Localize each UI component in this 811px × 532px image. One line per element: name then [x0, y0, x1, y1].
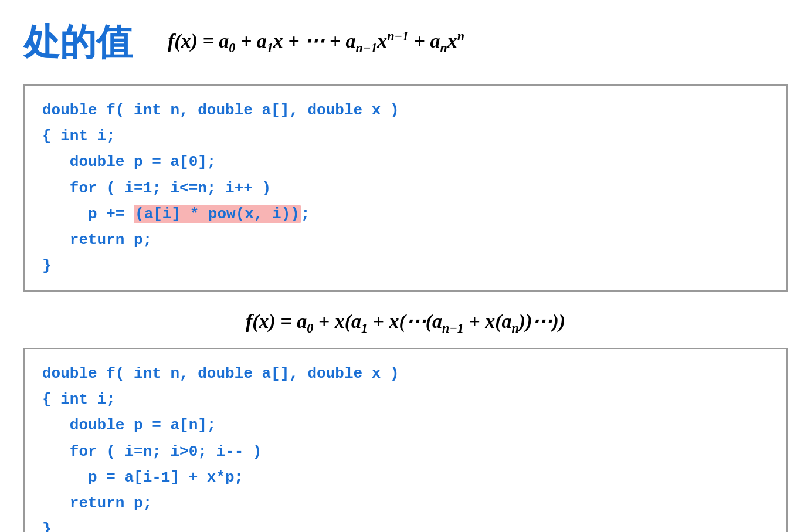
code-line-1-2: { int i; — [42, 123, 769, 149]
code-line-1-4: for ( i=1; i<=n; i++ ) — [42, 175, 769, 201]
code-line-2-1: double f( int n, double a[], double x ) — [42, 361, 769, 387]
code-line-1-7: } — [42, 253, 769, 279]
code-block-2: double f( int n, double a[], double x ) … — [23, 348, 788, 532]
code-line-2-3: double p = a[n]; — [42, 412, 769, 438]
code-line-2-4: for ( i=n; i>0; i-- ) — [42, 439, 769, 465]
code-line-1-1: double f( int n, double a[], double x ) — [42, 97, 769, 123]
header-row: 处的值 f(x) = a0 + a1x + ⋯ + an−1xn−1 + anx… — [23, 18, 788, 67]
highlighted-expression: (a[i] * pow(x, i)) — [134, 205, 301, 223]
code-line-2-7: } — [42, 516, 769, 532]
code-line-1-6: return p; — [42, 227, 769, 253]
formula2: f(x) = a0 + x(a1 + x(⋯(an−1 + x(an))⋯)) — [23, 309, 788, 336]
code-line-2-6: return p; — [42, 490, 769, 516]
page-title: 处的值 — [23, 18, 133, 67]
code-line-2-5: p = a[i-1] + x*p; — [42, 465, 769, 490]
code-line-1-3: double p = a[0]; — [42, 149, 769, 175]
formula1: f(x) = a0 + a1x + ⋯ + an−1xn−1 + anxn — [168, 29, 464, 56]
code-line-1-5: p += (a[i] * pow(x, i)); — [42, 201, 769, 227]
code-line-2-2: { int i; — [42, 387, 769, 412]
code-block-1: double f( int n, double a[], double x ) … — [23, 84, 788, 292]
